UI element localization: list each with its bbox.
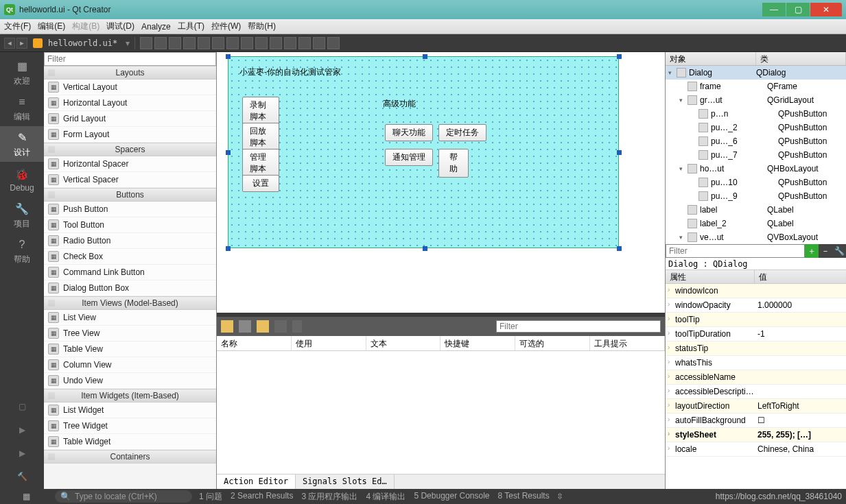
obj-row[interactable]: pu…_6QPushButton (666, 134, 846, 148)
menu-6[interactable]: 控件(W) (211, 21, 241, 32)
expand-icon[interactable]: ▾ (679, 97, 688, 104)
maximize-button[interactable]: ▢ (786, 3, 810, 16)
toolbar-btn-0[interactable] (140, 37, 152, 49)
delete-action-icon[interactable] (274, 320, 287, 333)
wb-item[interactable]: ▦Radio Button (44, 233, 216, 249)
toolbar-btn-2[interactable] (169, 37, 181, 49)
expand-icon[interactable]: ▾ (679, 165, 688, 172)
help-button[interactable]: 帮助 (438, 149, 469, 178)
nav-fwd-button[interactable]: ► (16, 38, 27, 49)
form-canvas[interactable]: 小蓝枣-你的自动化测试管家 后台运行 退出 高级功能 录制脚本 回放脚本 管理脚… (217, 52, 665, 313)
obj-row[interactable]: pu…_2QPushButton (666, 121, 846, 134)
prop-row[interactable]: windowOpacity1.000000 (666, 298, 846, 313)
add-prop-button[interactable]: ＋ (805, 244, 819, 258)
wb-section-Layouts[interactable]: Layouts (44, 66, 216, 80)
wb-item[interactable]: ▦List View (44, 310, 216, 326)
prop-row[interactable]: styleSheet255, 255); […] (666, 428, 846, 442)
status-item[interactable]: 4 编译输出 (366, 491, 406, 503)
obj-col-object[interactable]: 对象 (666, 52, 756, 65)
status-item[interactable]: 8 Test Results (498, 491, 550, 503)
wb-item[interactable]: ▦Form Layout (44, 127, 216, 143)
obj-row[interactable]: label_2QLabel (666, 217, 846, 230)
toolbar-btn-8[interactable] (255, 37, 268, 49)
status-item[interactable]: 1 问题 (199, 491, 222, 503)
obj-row[interactable]: pu…_9QPushButton (666, 189, 846, 203)
toolbar-btn-5[interactable] (212, 37, 224, 49)
wb-item[interactable]: ▦Horizontal Spacer (44, 156, 216, 172)
close-sidebar-icon[interactable]: ▦ (23, 492, 30, 501)
wb-section-Item Widgets (Item-Based)[interactable]: Item Widgets (Item-Based) (44, 389, 216, 403)
action-list[interactable] (217, 351, 665, 474)
obj-row[interactable]: ▾gr…utQGridLayout (666, 93, 846, 107)
wb-item[interactable]: ▦Check Box (44, 249, 216, 265)
wb-item[interactable]: ▦Undo View (44, 373, 216, 389)
prop-row[interactable]: layoutDirectionLeftToRight (666, 399, 846, 413)
mode-设计[interactable]: ✎设计 (0, 126, 44, 162)
mode-Debug[interactable]: 🐞Debug (0, 162, 44, 197)
action-tab[interactable]: Action Editor (217, 475, 296, 489)
close-button[interactable]: ✕ (810, 3, 842, 16)
wb-item[interactable]: ▦Push Button (44, 202, 216, 217)
obj-row[interactable]: ▾ve…utQVBoxLayout (666, 230, 846, 244)
new-action-icon[interactable] (221, 320, 233, 333)
locator-input[interactable]: 🔍 Type to locate (Ctrl+K) (55, 490, 192, 503)
prop-row[interactable]: toolTipDuration-1 (666, 327, 846, 341)
edit-action-icon[interactable] (292, 320, 302, 333)
action-col[interactable]: 快捷键 (440, 336, 515, 350)
settings-button[interactable]: 设置 (242, 175, 279, 192)
config-prop-button[interactable]: 🔧 (832, 244, 846, 258)
prop-row[interactable]: accessibleDescripti… (666, 385, 846, 399)
action-col[interactable]: 名称 (217, 336, 292, 350)
action-col[interactable]: 使用 (292, 336, 366, 350)
obj-row[interactable]: p…nQPushButton (666, 107, 846, 121)
manage-button[interactable]: 管理脚本 (242, 149, 279, 178)
build-icon[interactable]: 🔨 (15, 470, 29, 483)
obj-row[interactable]: frameQFrame (666, 80, 846, 93)
status-item[interactable]: 5 Debugger Console (414, 491, 489, 503)
advanced-label[interactable]: 高级功能 (383, 98, 416, 110)
wb-item[interactable]: ▦Vertical Spacer (44, 172, 216, 188)
wb-section-Buttons[interactable]: Buttons (44, 188, 216, 202)
timer-button[interactable]: 定时任务 (438, 124, 486, 141)
property-table[interactable]: windowIconwindowOpacity1.000000toolTipto… (666, 284, 846, 489)
wb-item[interactable]: ▦Grid Layout (44, 111, 216, 127)
wb-item[interactable]: ▦Dialog Button Box (44, 280, 216, 296)
wb-item[interactable]: ▦Table Widget (44, 434, 216, 450)
obj-row[interactable]: ▾DialogQDialog (666, 66, 846, 80)
prop-row[interactable]: toolTip (666, 313, 846, 327)
run-icon[interactable]: ▶ (15, 423, 29, 437)
widgetbox-filter-input[interactable] (44, 52, 216, 66)
obj-row[interactable]: labelQLabel (666, 203, 846, 217)
obj-col-class[interactable]: 类 (756, 52, 847, 65)
status-item[interactable]: 2 Search Results (231, 491, 293, 503)
prop-row[interactable]: windowIcon (666, 284, 846, 298)
menu-0[interactable]: 文件(F) (4, 21, 31, 32)
wb-item[interactable]: ▦Tree View (44, 326, 216, 341)
toolbar-btn-7[interactable] (241, 37, 253, 49)
object-tree[interactable]: ▾DialogQDialogframeQFrame▾gr…utQGridLayo… (666, 66, 846, 244)
action-tab[interactable]: Signals Slots Ed… (296, 475, 395, 489)
property-filter-input[interactable] (666, 244, 805, 258)
wb-item[interactable]: ▦Table View (44, 341, 216, 357)
expand-icon[interactable]: ▾ (668, 69, 677, 76)
menu-3[interactable]: 调试(D) (106, 21, 134, 32)
action-col[interactable]: 工具提示 (590, 336, 665, 350)
action-col[interactable]: 文本 (366, 336, 441, 350)
wb-item[interactable]: ▦Horizontal Layout (44, 95, 216, 111)
expand-icon[interactable]: ⇳ (556, 492, 563, 501)
mode-项目[interactable]: 🔧项目 (0, 197, 44, 233)
toolbar-btn-3[interactable] (183, 37, 196, 49)
menu-7[interactable]: 帮助(H) (248, 21, 276, 32)
menu-4[interactable]: Analyze (141, 22, 171, 32)
nav-back-button[interactable]: ◄ (4, 38, 15, 49)
prop-row[interactable]: autoFillBackground☐ (666, 413, 846, 428)
toolbar-btn-10[interactable] (284, 37, 296, 49)
open-file-name[interactable]: helloworld.ui* (48, 38, 117, 48)
wb-item[interactable]: ▦Tool Button (44, 217, 216, 233)
paste-action-icon[interactable] (257, 320, 269, 333)
wb-item[interactable]: ▦Vertical Layout (44, 80, 216, 95)
obj-row[interactable]: ▾ho…utQHBoxLayout (666, 162, 846, 176)
mode-编辑[interactable]: ≡编辑 (0, 91, 44, 126)
dialog-form[interactable]: 小蓝枣-你的自动化测试管家 后台运行 退出 高级功能 录制脚本 回放脚本 管理脚… (228, 56, 619, 248)
mode-帮助[interactable]: ?帮助 (0, 233, 44, 269)
